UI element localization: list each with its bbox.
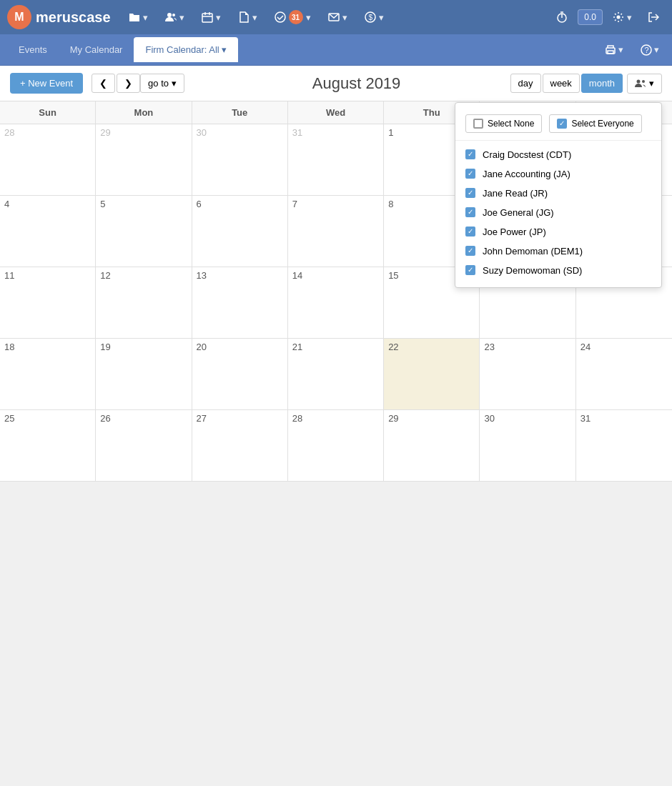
- cal-cell-w1d0[interactable]: 4: [0, 196, 96, 267]
- cal-date: 8: [388, 199, 393, 209]
- cal-date: 30: [484, 413, 494, 424]
- cal-cell-w3d3[interactable]: 21: [288, 339, 384, 410]
- person-item-4[interactable]: Joe Power (JP): [455, 222, 661, 242]
- cal-cell-w4d4[interactable]: 29: [384, 410, 480, 482]
- tab-firm-calendar[interactable]: Firm Calendar: All ▾: [134, 37, 238, 62]
- nav-billing[interactable]: $ ▾: [357, 7, 391, 27]
- cal-cell-w0d3[interactable]: 31: [288, 124, 384, 196]
- person-item-6[interactable]: Suzy Demowoman (SD): [455, 261, 661, 280]
- cal-cell-w1d1[interactable]: 5: [96, 196, 192, 267]
- cal-cell-w4d3[interactable]: 28: [288, 410, 384, 482]
- main-nav: ▾ ▾ ▾ ▾ 31 ▾ ▾ $ ▾: [122, 6, 551, 29]
- cal-cell-w1d2[interactable]: 6: [192, 196, 288, 267]
- cal-date: 21: [292, 342, 302, 352]
- print-button[interactable]: ▾: [599, 41, 629, 59]
- doc-icon: [238, 11, 249, 23]
- cal-date: 24: [580, 342, 591, 352]
- cal-date: 7: [292, 199, 297, 209]
- check-circle-icon: [275, 11, 286, 23]
- cal-cell-w3d4[interactable]: 22: [384, 339, 480, 410]
- person-item-3[interactable]: Joe General (JG): [455, 203, 661, 222]
- person-checkbox-0: [465, 149, 475, 159]
- cal-date: 11: [4, 270, 14, 281]
- person-checkbox-5: [465, 246, 475, 256]
- people-filter-icon: [635, 78, 646, 89]
- nav-docs[interactable]: ▾: [231, 7, 265, 27]
- cal-cell-w0d2[interactable]: 30: [192, 124, 288, 196]
- cal-cell-w2d0[interactable]: 11: [0, 267, 96, 339]
- nav-mail[interactable]: ▾: [321, 7, 355, 27]
- nav-calendar[interactable]: ▾: [194, 7, 228, 27]
- cal-date: 27: [197, 413, 207, 424]
- view-switcher: day week month: [510, 74, 623, 93]
- cal-date: 20: [197, 342, 207, 352]
- view-month-button[interactable]: month: [581, 74, 623, 93]
- logout-button[interactable]: [642, 9, 665, 26]
- person-checkbox-6: [465, 265, 475, 275]
- cal-cell-w0d0[interactable]: 28: [0, 124, 96, 196]
- svg-point-0: [167, 13, 172, 17]
- header-sun: Sun: [0, 101, 96, 124]
- help-button[interactable]: ? ▾: [635, 41, 665, 59]
- cal-cell-w2d3[interactable]: 14: [288, 267, 384, 339]
- prev-button[interactable]: ❮: [92, 74, 115, 93]
- select-none-checkbox: [473, 119, 483, 129]
- sub-nav-tabs: Events My Calendar Firm Calendar: All ▾: [7, 37, 238, 62]
- tab-my-calendar[interactable]: My Calendar: [59, 37, 134, 62]
- person-checkbox-3: [465, 207, 475, 217]
- cal-cell-w0d1[interactable]: 29: [96, 124, 192, 196]
- calendar-icon: [202, 11, 213, 23]
- next-button[interactable]: ❯: [117, 74, 140, 93]
- top-navbar: M meruscase ▾ ▾ ▾ ▾ 31 ▾ ▾: [0, 0, 672, 34]
- cal-date: 4: [4, 199, 9, 209]
- cal-date: 6: [197, 199, 202, 209]
- view-day-button[interactable]: day: [510, 74, 541, 93]
- goto-button[interactable]: go to ▾: [140, 74, 184, 93]
- calendar-title: August 2019: [203, 74, 510, 93]
- select-everyone-checkbox: [557, 119, 567, 129]
- timer-button[interactable]: [550, 9, 573, 26]
- select-everyone-button[interactable]: Select Everyone: [549, 114, 641, 133]
- print-icon: [605, 44, 616, 56]
- cal-cell-w4d2[interactable]: 27: [192, 410, 288, 482]
- cal-cell-w1d3[interactable]: 7: [288, 196, 384, 267]
- cal-date: 31: [292, 127, 302, 138]
- cal-cell-w4d5[interactable]: 30: [480, 410, 575, 482]
- person-item-5[interactable]: John Demoman (DEM1): [455, 242, 661, 261]
- cal-cell-w3d2[interactable]: 20: [192, 339, 288, 410]
- nav-people[interactable]: ▾: [158, 7, 192, 27]
- nav-files[interactable]: ▾: [122, 7, 155, 27]
- brand[interactable]: M meruscase: [7, 5, 111, 29]
- cal-cell-w3d5[interactable]: 23: [480, 339, 575, 410]
- cal-cell-w2d2[interactable]: 13: [192, 267, 288, 339]
- cal-cell-w4d6[interactable]: 31: [576, 410, 672, 482]
- cal-date: 13: [197, 270, 207, 281]
- person-checkbox-2: [465, 188, 475, 198]
- cal-date: 28: [4, 127, 14, 138]
- person-item-1[interactable]: Jane Accounting (JA): [455, 164, 661, 184]
- person-item-2[interactable]: Jane Read (JR): [455, 184, 661, 203]
- mail-icon: [328, 11, 340, 23]
- sub-navbar: Events My Calendar Firm Calendar: All ▾ …: [0, 34, 672, 66]
- cal-cell-w4d0[interactable]: 25: [0, 410, 96, 482]
- view-week-button[interactable]: week: [543, 74, 580, 93]
- cal-cell-w3d1[interactable]: 19: [96, 339, 192, 410]
- cal-cell-w3d0[interactable]: 18: [0, 339, 96, 410]
- person-item-0[interactable]: Craig Docstest (CDT): [455, 145, 661, 164]
- cal-date: 19: [100, 342, 110, 352]
- svg-rect-2: [202, 14, 212, 22]
- select-none-button[interactable]: Select None: [465, 114, 542, 133]
- cal-cell-w2d1[interactable]: 12: [96, 267, 192, 339]
- brand-name: meruscase: [36, 9, 111, 26]
- cal-date: 23: [484, 342, 494, 352]
- cal-date: 22: [388, 342, 398, 352]
- people-filter-button[interactable]: ▾: [627, 74, 662, 94]
- people-dropdown: Select None Select Everyone Craig Docste…: [455, 102, 662, 288]
- tab-events[interactable]: Events: [7, 37, 59, 62]
- sub-nav-right: ▾ ? ▾: [599, 41, 665, 59]
- cal-cell-w4d1[interactable]: 26: [96, 410, 192, 482]
- cal-cell-w3d6[interactable]: 24: [576, 339, 672, 410]
- settings-button[interactable]: ▾: [607, 9, 638, 26]
- nav-tasks[interactable]: 31 ▾: [267, 6, 318, 29]
- new-event-button[interactable]: + New Event: [10, 73, 83, 94]
